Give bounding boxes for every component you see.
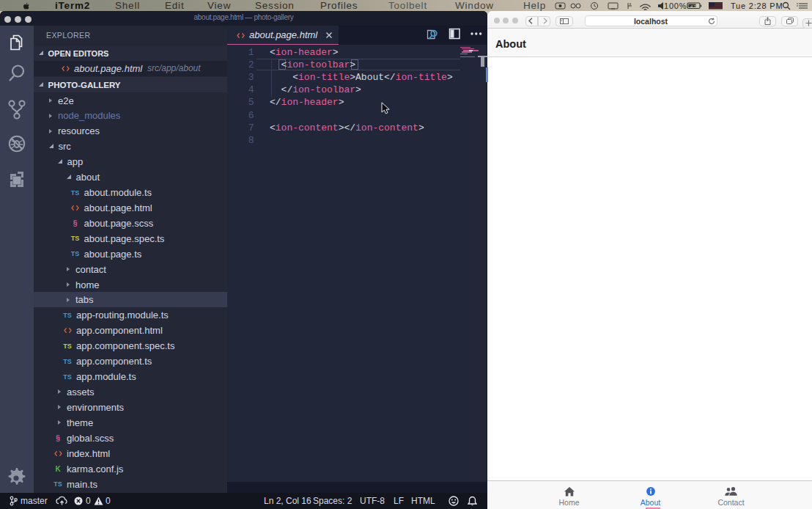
svg-text:Tue 2:28 PM: Tue 2:28 PM xyxy=(731,1,783,10)
svg-text:42: 42 xyxy=(690,4,696,9)
svg-text:100%: 100% xyxy=(664,1,687,10)
